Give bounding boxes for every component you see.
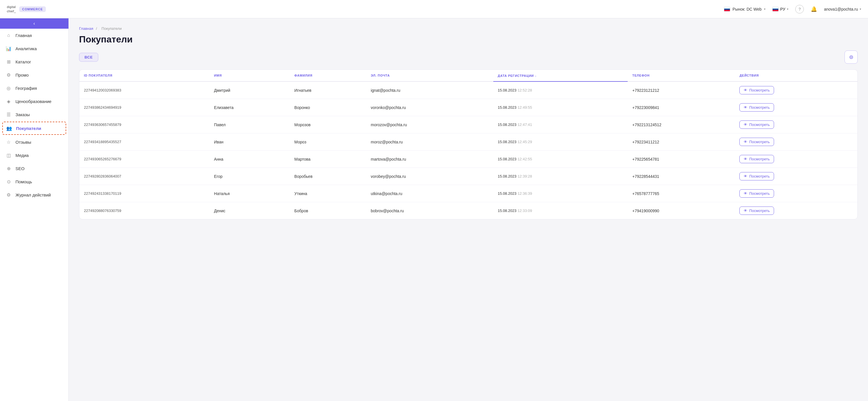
cell-name-3: Иван (209, 133, 290, 151)
cell-name-1: Елизавета (209, 99, 290, 116)
topbar-right: Рынок: DC Web ▾ РУ ▾ ? 🔔 anova1@pochta.r… (724, 5, 861, 13)
sidebar-item-geography[interactable]: ◎ География (0, 82, 68, 95)
eye-icon-5: 👁 (744, 174, 747, 178)
cell-phone-7: +79419000990 (628, 202, 735, 220)
nav-icon-catalog: ⊞ (6, 59, 11, 64)
notification-bell[interactable]: 🔔 (811, 6, 817, 12)
cell-date-1: 15.08.202312:49:55 (493, 99, 628, 116)
table-row: 227492431338170119 Наталья Уткина utkina… (79, 185, 858, 202)
search-filter-button[interactable]: ⊜ (844, 51, 858, 64)
view-button-5[interactable]: 👁 Посмотреть (739, 172, 774, 180)
sidebar-item-analytics[interactable]: 📊 Аналитика (0, 42, 68, 55)
main-content: Главная / Покупатели Покупатели ВСЕ ⊜ ID… (69, 18, 868, 401)
tab-all[interactable]: ВСЕ (79, 53, 98, 62)
eye-icon-7: 👁 (744, 208, 747, 213)
cell-actions-5: 👁 Посмотреть (735, 168, 858, 185)
cell-actions-1: 👁 Посмотреть (735, 99, 858, 116)
cell-phone-0: +79223121212 (628, 82, 735, 99)
tabs: ВСЕ (79, 53, 98, 62)
nav-icon-buyers: 👥 (6, 125, 12, 131)
user-menu[interactable]: anova1@pochta.ru ▾ (824, 7, 861, 11)
cell-email-2: morozov@pochta.ru (366, 116, 493, 133)
breadcrumb-current: Покупатели (101, 26, 121, 31)
view-button-7[interactable]: 👁 Посмотреть (739, 206, 774, 215)
nav-label-buyers: Покупатели (16, 126, 41, 131)
view-button-2[interactable]: 👁 Посмотреть (739, 120, 774, 129)
col-header-phone[interactable]: ТЕЛЕФОН (628, 70, 735, 82)
cell-date-6: 15.08.202312:36:39 (493, 185, 628, 202)
view-button-0[interactable]: 👁 Посмотреть (739, 86, 774, 94)
col-header-surname[interactable]: ФАМИЛИЯ (290, 70, 366, 82)
sidebar-item-buyers[interactable]: 👥 Покупатели (2, 122, 66, 135)
sidebar-item-help[interactable]: ⊙ Помощь (0, 175, 68, 188)
col-header-id[interactable]: ID ПОКУПАТЕЛЯ (79, 70, 209, 82)
tabs-row: ВСЕ ⊜ (79, 51, 858, 64)
cell-email-5: vorobey@pochta.ru (366, 168, 493, 185)
nav-icon-seo: ⊕ (6, 166, 11, 171)
col-header-name[interactable]: ИМЯ (209, 70, 290, 82)
table-body: 227494120032069383 Дмитрий Игнатьев igna… (79, 82, 858, 219)
lang-chevron-icon: ▾ (787, 7, 788, 10)
view-button-1[interactable]: 👁 Посмотреть (739, 103, 774, 112)
table-row: 227492802836064007 Егор Воробьев vorobey… (79, 168, 858, 185)
cell-phone-4: +79225654781 (628, 151, 735, 168)
cell-id-5: 227492802836064007 (79, 168, 209, 185)
nav-label-analytics: Аналитика (16, 46, 37, 51)
cell-name-0: Дмитрий (209, 82, 290, 99)
sidebar-item-reviews[interactable]: ☆ Отзывы (0, 135, 68, 149)
logo: digital chief_ (7, 5, 16, 13)
cell-phone-2: +792213124512 (628, 116, 735, 133)
sidebar-item-seo[interactable]: ⊕ SEO (0, 162, 68, 175)
cell-phone-6: +76578777765 (628, 185, 735, 202)
cell-id-7: 227492088076330759 (79, 202, 209, 220)
help-button[interactable]: ? (795, 5, 804, 13)
table-row: 227493065265276679 Анна Мартова martova@… (79, 151, 858, 168)
nav-icon-promo: ⚙ (6, 72, 11, 78)
table-row: 227492088076330759 Денис Бобров bobrov@p… (79, 202, 858, 220)
cell-name-6: Наталья (209, 185, 290, 202)
nav-label-home: Главная (16, 33, 32, 38)
cell-actions-3: 👁 Посмотреть (735, 133, 858, 151)
cell-id-2: 227493630657455879 (79, 116, 209, 133)
cell-surname-3: Мороз (290, 133, 366, 151)
nav-label-media: Медиа (16, 153, 29, 158)
sidebar-item-pricing[interactable]: ◈ Ценообразование (0, 95, 68, 108)
sidebar-item-activity[interactable]: ⚙ Журнал действий (0, 188, 68, 201)
user-email: anova1@pochta.ru (824, 7, 858, 11)
col-header-actions: ДЕЙСТВИЯ (735, 70, 858, 82)
cell-surname-7: Бобров (290, 202, 366, 220)
table-row: 227493418895435527 Иван Мороз moroz@poch… (79, 133, 858, 151)
sidebar-item-catalog[interactable]: ⊞ Каталог (0, 55, 68, 68)
sidebar-item-home[interactable]: ⌂ Главная (0, 29, 68, 42)
nav-icon-orders: ☰ (6, 112, 11, 117)
cell-date-5: 15.08.202312:39:28 (493, 168, 628, 185)
cell-id-4: 227493065265276679 (79, 151, 209, 168)
language-selector[interactable]: РУ ▾ (772, 7, 789, 11)
nav-icon-activity: ⚙ (6, 192, 11, 198)
search-filter-icon: ⊜ (849, 54, 854, 60)
nav-icon-reviews: ☆ (6, 139, 11, 145)
cell-name-4: Анна (209, 151, 290, 168)
breadcrumb-home[interactable]: Главная (79, 26, 93, 31)
sidebar-toggle-button[interactable]: ‹ (0, 18, 68, 29)
nav-icon-help: ⊙ (6, 179, 11, 184)
col-header-reg_date[interactable]: ДАТА РЕГИСТРАЦИИ↓ (493, 70, 628, 82)
eye-icon-4: 👁 (744, 157, 747, 161)
col-header-email[interactable]: ЭЛ. ПОЧТА (366, 70, 493, 82)
sidebar-item-media[interactable]: ◫ Медиа (0, 149, 68, 162)
view-button-6[interactable]: 👁 Посмотреть (739, 189, 774, 198)
cell-surname-1: Воронко (290, 99, 366, 116)
sidebar-item-orders[interactable]: ☰ Заказы (0, 108, 68, 121)
cell-actions-6: 👁 Посмотреть (735, 185, 858, 202)
eye-icon-0: 👁 (744, 88, 747, 92)
view-button-3[interactable]: 👁 Посмотреть (739, 138, 774, 146)
view-button-4[interactable]: 👁 Посмотреть (739, 155, 774, 163)
nav-label-help: Помощь (16, 179, 32, 184)
market-selector[interactable]: Рынок: DC Web ▾ (724, 7, 765, 11)
cell-actions-0: 👁 Посмотреть (735, 82, 858, 99)
cell-date-4: 15.08.202312:42:55 (493, 151, 628, 168)
breadcrumb-separator: / (96, 26, 97, 31)
sidebar-item-promo[interactable]: ⚙ Промо (0, 68, 68, 82)
nav-icon-pricing: ◈ (6, 98, 11, 104)
cell-email-6: utkina@pochta.ru (366, 185, 493, 202)
